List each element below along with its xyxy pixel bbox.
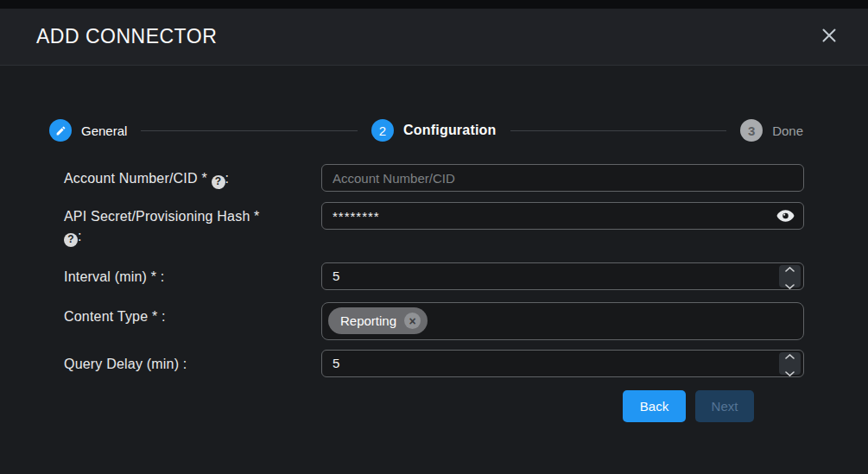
- query-delay-input-col: [321, 350, 804, 377]
- step-general-label: General: [81, 123, 127, 138]
- account-number-input-col: [321, 164, 804, 192]
- interval-label: Interval (min) * :: [64, 262, 321, 290]
- help-icon[interactable]: ?: [212, 175, 225, 189]
- stepper-connector: [510, 130, 727, 131]
- step-configuration[interactable]: 2 Configuration: [371, 119, 496, 142]
- account-number-label: Account Number/CID * ?:: [64, 164, 321, 192]
- pencil-icon: [49, 119, 72, 142]
- dialog-footer: Back Next: [64, 390, 754, 422]
- interval-input-col: [321, 262, 804, 290]
- toggle-password-visibility-button[interactable]: [776, 210, 795, 224]
- account-number-row: Account Number/CID * ?:: [64, 164, 804, 192]
- step-configuration-number: 2: [371, 119, 394, 142]
- chevron-up-icon: [785, 347, 795, 363]
- dialog-title: ADD CONNECTOR: [36, 25, 217, 48]
- tag-label: Reporting: [340, 313, 396, 328]
- interval-input[interactable]: [321, 262, 804, 290]
- api-secret-input-col: [321, 202, 804, 247]
- step-general[interactable]: General: [49, 119, 127, 142]
- chevron-down-icon: [785, 277, 795, 293]
- content-type-tag-input[interactable]: Reporting ×: [321, 302, 804, 340]
- close-button[interactable]: [818, 24, 840, 49]
- next-button[interactable]: Next: [695, 390, 754, 422]
- step-configuration-label: Configuration: [403, 123, 496, 138]
- query-delay-input[interactable]: [321, 350, 804, 377]
- close-icon: [821, 28, 837, 46]
- chevron-up-icon: [785, 260, 795, 275]
- query-delay-label: Query Delay (min) :: [64, 350, 321, 377]
- configuration-form: Account Number/CID * ?: API Secret/Provi…: [0, 142, 868, 422]
- remove-x-icon: ×: [409, 315, 415, 327]
- step-done: 3 Done: [740, 119, 803, 142]
- content-type-input-col: Reporting ×: [321, 302, 804, 340]
- content-type-label: Content Type * :: [64, 302, 321, 340]
- api-secret-label: API Secret/Provisioning Hash * ?:: [64, 202, 321, 247]
- api-secret-row: API Secret/Provisioning Hash * ?:: [64, 202, 804, 247]
- dialog-header: ADD CONNECTOR: [0, 9, 868, 66]
- back-button[interactable]: Back: [623, 390, 686, 422]
- eye-icon: [776, 210, 795, 224]
- account-number-input[interactable]: [321, 164, 804, 192]
- step-done-label: Done: [772, 123, 803, 138]
- query-delay-row: Query Delay (min) :: [64, 350, 804, 377]
- chevron-down-icon: [785, 364, 795, 380]
- tag-reporting: Reporting ×: [328, 307, 428, 334]
- interval-stepper[interactable]: [779, 265, 801, 288]
- content-type-row: Content Type * : Reporting ×: [64, 302, 804, 340]
- top-edge-strip: [0, 0, 868, 9]
- help-icon[interactable]: ?: [64, 233, 78, 247]
- stepper-connector: [141, 130, 358, 131]
- wizard-stepper: General 2 Configuration 3 Done: [49, 119, 803, 142]
- query-delay-stepper[interactable]: [779, 352, 801, 375]
- api-secret-input[interactable]: [321, 202, 804, 230]
- tag-remove-button[interactable]: ×: [404, 313, 421, 329]
- step-done-number: 3: [740, 119, 763, 142]
- interval-row: Interval (min) * :: [64, 262, 804, 290]
